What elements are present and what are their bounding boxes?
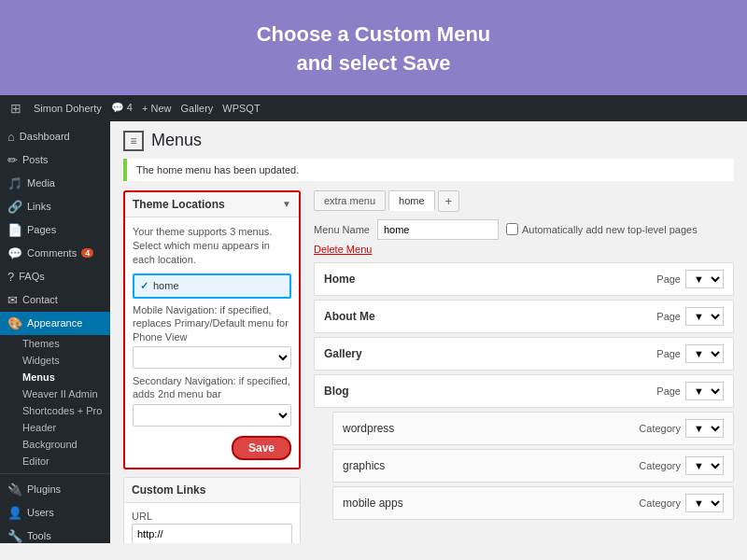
wpsqt-bar-item[interactable]: WPSQT xyxy=(222,103,260,114)
sidebar: ⌂ Dashboard ✏ Posts 🎵 Media 🔗 Links 📄 Pa… xyxy=(0,121,110,543)
sidebar-item-posts[interactable]: ✏ Posts xyxy=(0,148,110,172)
menu-item-blog[interactable]: Blog Page ▼ xyxy=(314,374,734,408)
gallery-item-type: Page ▼ xyxy=(656,344,724,363)
gallery-bar-item[interactable]: Gallery xyxy=(180,103,213,114)
menu-item-home[interactable]: Home Page ▼ xyxy=(314,262,734,296)
comments-icon: 💬 xyxy=(7,246,22,260)
sidebar-divider xyxy=(0,473,110,474)
menu-name-input[interactable] xyxy=(377,219,499,240)
plugins-icon: 🔌 xyxy=(7,483,22,497)
comments-badge: 4 xyxy=(81,248,93,258)
media-icon: 🎵 xyxy=(7,176,22,190)
dashboard-icon: ⌂ xyxy=(7,130,15,144)
sidebar-item-label: Dashboard xyxy=(20,131,70,142)
page-title-row: ≡ Menus xyxy=(123,131,734,151)
theme-locations-description: Your theme supports 3 menus. Select whic… xyxy=(133,225,291,268)
graphics-item-type: Category ▼ xyxy=(639,456,724,475)
tab-home[interactable]: home xyxy=(388,190,435,211)
sidebar-item-users[interactable]: 👤 Users xyxy=(0,501,110,525)
secondary-nav-select[interactable] xyxy=(133,404,291,427)
url-row: URL xyxy=(132,511,292,543)
mobile-nav-label: Mobile Navigation: if specified, replace… xyxy=(133,303,291,343)
updated-notice: The home menu has been updated. xyxy=(123,159,734,181)
sidebar-sub-menus[interactable]: Menus xyxy=(0,369,110,385)
sidebar-sub-shortcodes[interactable]: Shortcodes + Pro xyxy=(0,402,110,419)
posts-icon: ✏ xyxy=(7,153,18,167)
sidebar-item-label: Plugins xyxy=(27,483,61,495)
sidebar-sub-background[interactable]: Background xyxy=(0,436,110,453)
home-selected-row[interactable]: ✓ home xyxy=(133,273,291,299)
sidebar-item-plugins[interactable]: 🔌 Plugins xyxy=(0,478,110,501)
sidebar-item-tools[interactable]: 🔧 Tools xyxy=(0,525,110,543)
auto-add-checkbox[interactable] xyxy=(506,223,518,235)
sidebar-item-label: Users xyxy=(27,507,54,518)
pages-icon: 📄 xyxy=(7,223,22,237)
admin-bar: ⊞ Simon Doherty 💬 4 + New Gallery WPSQT xyxy=(0,95,747,121)
home-item-type: Page ▼ xyxy=(656,270,724,288)
home-item-label: Home xyxy=(324,273,355,286)
save-btn-wrap: Save xyxy=(133,436,291,460)
auto-add-label[interactable]: Automatically add new top-level pages xyxy=(506,223,698,235)
new-bar-item[interactable]: + New xyxy=(142,103,172,114)
sidebar-sub-editor[interactable]: Editor xyxy=(0,453,110,469)
wordpress-item-type: Category ▼ xyxy=(639,419,724,438)
sidebar-sub-weaver[interactable]: Weaver II Admin xyxy=(0,385,110,402)
sidebar-item-label: Pages xyxy=(27,224,56,235)
gallery-item-label: Gallery xyxy=(324,347,362,360)
mobile-apps-item-type: Category ▼ xyxy=(639,494,724,512)
menu-item-gallery[interactable]: Gallery Page ▼ xyxy=(314,337,734,371)
menu-name-label: Menu Name xyxy=(314,224,370,235)
sidebar-item-comments[interactable]: 💬 Comments 4 xyxy=(0,242,110,265)
save-button[interactable]: Save xyxy=(232,436,291,460)
mobile-apps-item-type-select[interactable]: ▼ xyxy=(685,494,724,512)
theme-locations-title: Theme Locations xyxy=(133,198,225,211)
right-panel: extra menu home + Menu Name Automaticall… xyxy=(314,190,734,543)
sidebar-item-dashboard[interactable]: ⌂ Dashboard xyxy=(0,125,110,148)
sidebar-sub-widgets[interactable]: Widgets xyxy=(0,352,110,369)
faqs-icon: ? xyxy=(7,270,14,284)
menu-item-about-me[interactable]: About Me Page ▼ xyxy=(314,300,734,333)
tab-add-button[interactable]: + xyxy=(438,190,460,212)
sidebar-sub-themes[interactable]: Themes xyxy=(0,335,110,352)
home-item-type-select[interactable]: ▼ xyxy=(685,270,724,288)
theme-locations-toggle-icon: ▼ xyxy=(282,199,291,209)
main-layout: ⌂ Dashboard ✏ Posts 🎵 Media 🔗 Links 📄 Pa… xyxy=(0,121,747,543)
sidebar-item-label: Links xyxy=(27,201,51,212)
menu-item-wordpress[interactable]: wordpress Category ▼ xyxy=(332,412,734,445)
sidebar-item-faqs[interactable]: ? FAQs xyxy=(0,265,110,288)
sidebar-sub-header[interactable]: Header xyxy=(0,419,110,436)
sidebar-item-media[interactable]: 🎵 Media xyxy=(0,172,110,195)
comments-bar-item[interactable]: 💬 4 xyxy=(111,102,133,114)
wordpress-item-type-select[interactable]: ▼ xyxy=(685,419,724,438)
custom-links-header[interactable]: Custom Links xyxy=(124,478,300,503)
delete-menu-link[interactable]: Delete Menu xyxy=(314,244,734,255)
menus-layout: Theme Locations ▼ Your theme supports 3 … xyxy=(123,190,734,543)
sidebar-item-label: FAQs xyxy=(19,271,45,282)
tab-extra-menu[interactable]: extra menu xyxy=(314,190,386,211)
banner-line2: and select Save xyxy=(19,49,728,78)
site-name[interactable]: Simon Doherty xyxy=(34,103,102,114)
sidebar-item-appearance[interactable]: 🎨 Appearance xyxy=(0,312,110,335)
theme-locations-header[interactable]: Theme Locations ▼ xyxy=(125,192,299,217)
menu-name-row: Menu Name Automatically add new top-leve… xyxy=(314,219,734,240)
sidebar-item-label: Tools xyxy=(27,530,51,541)
menu-item-mobile-apps[interactable]: mobile apps Category ▼ xyxy=(332,486,734,520)
gallery-item-type-select[interactable]: ▼ xyxy=(685,344,724,363)
tools-icon: 🔧 xyxy=(7,529,22,543)
wp-logo-icon[interactable]: ⊞ xyxy=(7,100,24,117)
sidebar-item-contact[interactable]: ✉ Contact xyxy=(0,288,110,312)
mobile-nav-select[interactable] xyxy=(133,346,291,369)
menu-item-graphics[interactable]: graphics Category ▼ xyxy=(332,449,734,483)
home-option-label: home xyxy=(153,279,179,293)
content-area: ≡ Menus The home menu has been updated. … xyxy=(110,121,747,543)
secondary-nav-label: Secondary Navigation: if specified, adds… xyxy=(133,374,291,401)
graphics-item-type-select[interactable]: ▼ xyxy=(685,456,724,475)
about-me-item-type-select[interactable]: ▼ xyxy=(685,307,724,326)
sidebar-item-pages[interactable]: 📄 Pages xyxy=(0,218,110,242)
theme-locations-body: Your theme supports 3 menus. Select whic… xyxy=(125,217,299,468)
wordpress-item-label: wordpress xyxy=(343,422,394,435)
users-icon: 👤 xyxy=(7,506,22,520)
url-input[interactable] xyxy=(132,524,292,543)
blog-item-type-select[interactable]: ▼ xyxy=(685,382,724,400)
sidebar-item-links[interactable]: 🔗 Links xyxy=(0,195,110,218)
